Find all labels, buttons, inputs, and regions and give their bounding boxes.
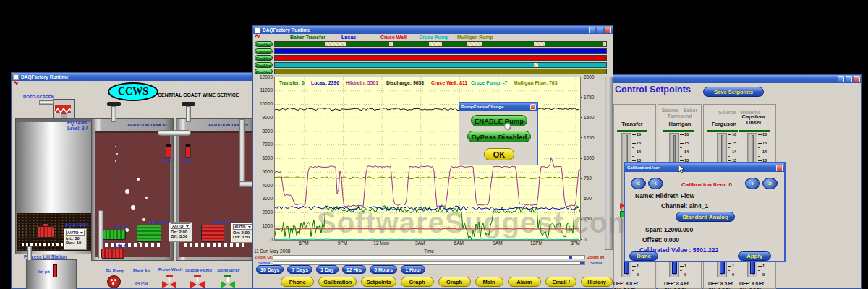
harrigan-off-label: OFF: 8.4 Ft. bbox=[664, 281, 690, 286]
alarm-status-button[interactable]: Alarm Status bbox=[508, 277, 542, 287]
pump-row: Enabled bbox=[253, 62, 614, 68]
skim-spray-valve-icon[interactable] bbox=[221, 275, 235, 288]
nav-button-row: Phone Setup Calibration Setpoints Graph … bbox=[281, 277, 613, 287]
calibration-dialog-titlebar[interactable]: CalibrationUser bbox=[625, 163, 784, 172]
group-baker-label: Source - Baker Townsend bbox=[659, 108, 700, 119]
maximize-button[interactable] bbox=[846, 76, 852, 82]
scale-tick bbox=[680, 266, 684, 267]
enable-pump-button[interactable]: ENABLE Pump bbox=[471, 115, 527, 126]
offset-label: Offset: 0.000 bbox=[642, 236, 679, 243]
history-button[interactable]: History bbox=[581, 277, 613, 287]
scale-tick bbox=[680, 152, 684, 152]
eq-blower-dur: Dur.: 10 bbox=[66, 241, 85, 245]
scale-tick bbox=[632, 134, 636, 135]
standard-analog-button[interactable]: Standard Analog bbox=[676, 212, 735, 222]
scale-tick-label: 0 bbox=[637, 272, 639, 277]
main-button[interactable]: Main bbox=[475, 277, 503, 287]
eq-tank-level: Level: 3.4 bbox=[67, 126, 88, 131]
minimize-button[interactable] bbox=[838, 76, 844, 82]
pump-off-segment bbox=[534, 42, 545, 46]
scale-minor-tick bbox=[680, 139, 682, 139]
blower1-off: Off: 3.50 bbox=[171, 234, 190, 238]
bubble bbox=[137, 178, 140, 181]
close-icon[interactable] bbox=[530, 104, 536, 110]
eq-pump2-icon[interactable] bbox=[101, 249, 124, 259]
blower1-mode-select[interactable]: AUTO bbox=[171, 223, 190, 229]
pipe-tank-connector bbox=[158, 130, 191, 136]
scroll-slider-thumb[interactable] bbox=[580, 262, 584, 264]
left-axis-tick: 0 bbox=[254, 237, 273, 242]
graph-south-button[interactable]: Graph South bbox=[401, 277, 434, 287]
prev-item-button[interactable]: ‹ bbox=[648, 178, 663, 189]
close-button[interactable] bbox=[854, 76, 860, 82]
scale-tick bbox=[758, 152, 762, 152]
close-button[interactable] bbox=[605, 27, 611, 33]
influent-pump-icon[interactable] bbox=[35, 223, 57, 242]
range-30days-button[interactable]: 30 Days bbox=[256, 265, 284, 274]
scale-tick bbox=[680, 143, 684, 144]
setpoints-window-titlebar[interactable] bbox=[612, 75, 861, 83]
do2-probe[interactable] bbox=[185, 144, 191, 158]
legend-lucas: Lucas bbox=[341, 35, 356, 40]
ok-button[interactable]: OK bbox=[484, 148, 514, 160]
graph-north-button[interactable]: Graph North bbox=[438, 277, 471, 287]
lift-station-tank[interactable] bbox=[26, 259, 77, 289]
save-setpoints-button[interactable]: Save Setpoints bbox=[703, 87, 764, 97]
range-12hrs-button[interactable]: 12 Hrs bbox=[342, 265, 366, 274]
eq-pump1-icon[interactable] bbox=[103, 230, 126, 240]
scale-tick-label: 16 bbox=[684, 132, 689, 137]
calibration-button[interactable]: Calibration bbox=[318, 277, 357, 287]
pipe-inlet bbox=[39, 100, 54, 105]
pump-status-bar bbox=[274, 62, 607, 68]
left-axis-tick: 3000 bbox=[254, 196, 273, 201]
valve-tank1-icon[interactable] bbox=[107, 102, 121, 106]
pump-enable-dialog-titlebar[interactable]: PumpEnableChange bbox=[459, 103, 537, 111]
sludge-pump-valve-icon[interactable] bbox=[190, 275, 205, 288]
eq-blower-mode: AUTO bbox=[67, 230, 78, 235]
blower2-mode-select[interactable]: AUTO bbox=[233, 224, 252, 230]
done-button[interactable]: Done bbox=[629, 251, 658, 261]
eq-tank-label: EQ TANK bbox=[67, 120, 88, 125]
do1-probe[interactable] bbox=[166, 144, 171, 158]
enable-toggle-button[interactable]: Enabled bbox=[255, 48, 273, 54]
first-item-button[interactable]: « bbox=[631, 178, 646, 189]
bypass-disabled-button[interactable]: ByPass Disabled bbox=[467, 131, 531, 142]
apply-button[interactable]: Apply bbox=[738, 251, 771, 261]
blower1-icon[interactable] bbox=[137, 225, 161, 242]
range-1hour-button[interactable]: 1 Hour bbox=[401, 265, 425, 274]
dropdown-arrow-icon bbox=[186, 225, 189, 228]
minimize-button[interactable] bbox=[589, 27, 595, 33]
next-item-button[interactable]: › bbox=[745, 178, 760, 189]
left-axis-tick: 11000 bbox=[254, 87, 273, 92]
setpoints-button[interactable]: Setpoints bbox=[361, 277, 396, 287]
x-axis-tick: 9PM bbox=[331, 241, 355, 246]
transfer-status-bar bbox=[617, 130, 647, 132]
scale-minor-tick bbox=[680, 270, 682, 271]
scale-tick bbox=[758, 143, 762, 144]
eq-blower-mode-select[interactable]: AUTO bbox=[66, 230, 85, 236]
enable-toggle-button[interactable]: Enabled bbox=[255, 55, 273, 61]
enable-toggle-button[interactable]: Enabled bbox=[255, 62, 273, 68]
zoom-slider-thumb[interactable] bbox=[569, 256, 572, 259]
phone-setup-button[interactable]: Phone Setup bbox=[281, 277, 314, 287]
range-1day-button[interactable]: 1 Day bbox=[316, 265, 339, 274]
scroll-slider[interactable] bbox=[273, 261, 585, 265]
maximize-button[interactable] bbox=[597, 27, 603, 33]
probe-wash-valve-icon[interactable] bbox=[162, 275, 176, 288]
zoom-slider[interactable] bbox=[273, 255, 585, 259]
range-6hours-button[interactable]: 6 Hours bbox=[370, 265, 397, 274]
blower2-icon[interactable] bbox=[201, 225, 224, 242]
trend-window-titlebar[interactable]: DAQFactory Runtime bbox=[253, 26, 613, 34]
close-icon[interactable] bbox=[776, 165, 783, 171]
scroll-right-label: Scroll bbox=[590, 261, 602, 265]
scale-minor-tick bbox=[680, 156, 682, 157]
ph-pump-icon[interactable] bbox=[107, 275, 121, 288]
email-text-button[interactable]: Email / Text bbox=[545, 277, 576, 287]
tank2-diffuser bbox=[184, 243, 247, 247]
enable-toggle-button[interactable]: Enabled bbox=[255, 41, 273, 47]
valve-tank2-icon[interactable] bbox=[182, 102, 195, 106]
range-7days-button[interactable]: 7 Days bbox=[287, 265, 312, 274]
roto-screen-device[interactable] bbox=[53, 99, 75, 119]
plant-window-titlebar[interactable]: DAQFactory Runtime bbox=[12, 73, 256, 81]
last-item-button[interactable]: » bbox=[762, 178, 778, 189]
